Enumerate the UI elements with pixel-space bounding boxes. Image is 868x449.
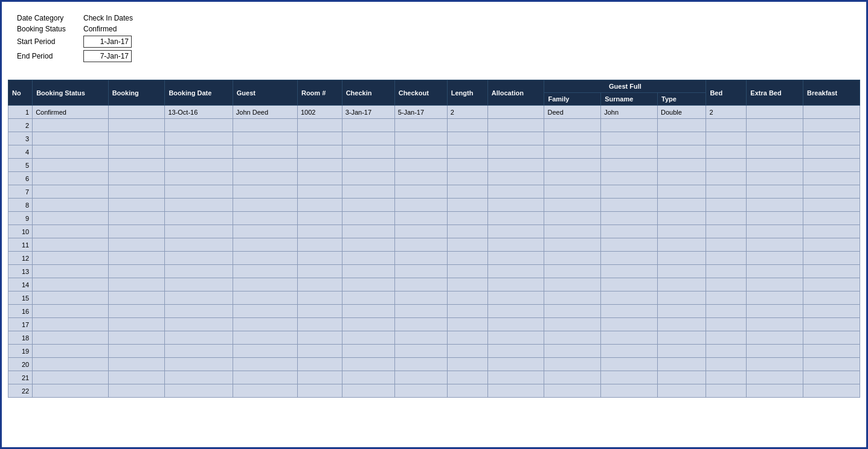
cell-empty bbox=[297, 278, 342, 291]
cell-empty bbox=[233, 291, 297, 305]
cell-empty bbox=[658, 238, 706, 252]
cell-empty bbox=[544, 172, 601, 185]
cell-empty bbox=[108, 331, 165, 345]
cell-empty bbox=[297, 291, 342, 305]
cell-empty bbox=[342, 371, 394, 384]
cell-empty bbox=[342, 225, 394, 238]
cell-empty bbox=[108, 358, 165, 371]
start-period-input[interactable] bbox=[83, 36, 132, 48]
cell-empty bbox=[33, 318, 108, 331]
col-extrabed-header: Extra Bed bbox=[747, 80, 803, 106]
cell-empty bbox=[803, 291, 860, 305]
cell-empty bbox=[108, 371, 165, 384]
cell-empty bbox=[233, 384, 297, 398]
cell-empty bbox=[297, 305, 342, 318]
cell-empty bbox=[33, 252, 108, 265]
cell-empty bbox=[342, 331, 394, 345]
cell-empty bbox=[447, 305, 487, 318]
table-body: 1 Confirmed 13-Oct-16 John Deed 1002 3-J… bbox=[8, 106, 860, 398]
cell-empty bbox=[297, 345, 342, 358]
cell-empty bbox=[165, 318, 233, 331]
cell-empty: 16 bbox=[8, 305, 33, 318]
cell-empty bbox=[706, 291, 747, 305]
cell-empty bbox=[747, 238, 803, 252]
cell-empty: 3 bbox=[8, 132, 33, 145]
cell-empty bbox=[447, 371, 487, 384]
cell-empty bbox=[601, 172, 658, 185]
cell-empty bbox=[658, 252, 706, 265]
cell-empty bbox=[487, 371, 544, 384]
col-allocation-header: Allocation bbox=[487, 80, 544, 106]
cell-empty bbox=[601, 159, 658, 172]
cell-empty bbox=[165, 185, 233, 199]
table-header-top: No Booking Status Booking Booking Date G… bbox=[8, 80, 860, 93]
cell-status: Confirmed bbox=[33, 106, 108, 119]
cell-empty bbox=[658, 132, 706, 145]
cell-empty bbox=[233, 132, 297, 145]
cell-empty bbox=[747, 132, 803, 145]
cell-surname: John bbox=[601, 106, 658, 119]
cell-empty: 15 bbox=[8, 291, 33, 305]
cell-empty bbox=[394, 185, 447, 199]
cell-empty bbox=[108, 318, 165, 331]
col-checkout-header: Checkout bbox=[394, 80, 447, 106]
cell-empty bbox=[165, 212, 233, 225]
cell-empty bbox=[487, 212, 544, 225]
cell-empty bbox=[165, 199, 233, 212]
cell-empty bbox=[803, 265, 860, 278]
table-row: 1 Confirmed 13-Oct-16 John Deed 1002 3-J… bbox=[8, 106, 860, 119]
cell-room: 1002 bbox=[297, 106, 342, 119]
cell-empty bbox=[803, 199, 860, 212]
booking-status-label: Booking Status bbox=[17, 25, 83, 33]
cell-empty bbox=[706, 265, 747, 278]
cell-empty bbox=[747, 371, 803, 384]
cell-empty bbox=[706, 159, 747, 172]
cell-empty bbox=[447, 318, 487, 331]
cell-empty bbox=[108, 159, 165, 172]
cell-empty bbox=[165, 132, 233, 145]
cell-empty bbox=[297, 185, 342, 199]
cell-empty bbox=[233, 119, 297, 132]
cell-empty bbox=[601, 132, 658, 145]
cell-empty bbox=[658, 185, 706, 199]
cell-empty bbox=[165, 305, 233, 318]
cell-empty bbox=[544, 119, 601, 132]
cell-empty bbox=[601, 384, 658, 398]
table-row: 12 bbox=[8, 252, 860, 265]
cell-empty bbox=[447, 265, 487, 278]
cell-empty bbox=[544, 265, 601, 278]
end-period-input[interactable] bbox=[83, 50, 132, 62]
cell-empty bbox=[342, 172, 394, 185]
cell-empty: 20 bbox=[8, 358, 33, 371]
cell-empty bbox=[544, 199, 601, 212]
cell-empty bbox=[544, 185, 601, 199]
cell-empty bbox=[487, 384, 544, 398]
cell-empty bbox=[706, 345, 747, 358]
cell-empty bbox=[803, 225, 860, 238]
cell-empty bbox=[297, 318, 342, 331]
cell-empty bbox=[447, 212, 487, 225]
cell-empty bbox=[342, 291, 394, 305]
cell-empty bbox=[233, 238, 297, 252]
cell-family: Deed bbox=[544, 106, 601, 119]
cell-booking bbox=[108, 106, 165, 119]
cell-empty: 2 bbox=[8, 119, 33, 132]
cell-empty bbox=[233, 145, 297, 159]
end-period-label: End Period bbox=[17, 52, 83, 60]
cell-empty bbox=[108, 145, 165, 159]
cell-empty bbox=[658, 159, 706, 172]
cell-empty: 13 bbox=[8, 265, 33, 278]
table-row: 18 bbox=[8, 331, 860, 345]
cell-empty bbox=[544, 318, 601, 331]
cell-empty bbox=[706, 358, 747, 371]
cell-empty bbox=[487, 278, 544, 291]
cell-empty bbox=[233, 265, 297, 278]
cell-empty bbox=[33, 331, 108, 345]
cell-empty bbox=[601, 305, 658, 318]
cell-empty bbox=[33, 291, 108, 305]
cell-empty bbox=[803, 185, 860, 199]
cell-empty bbox=[233, 159, 297, 172]
cell-empty bbox=[447, 185, 487, 199]
cell-empty bbox=[706, 185, 747, 199]
cell-empty bbox=[342, 384, 394, 398]
